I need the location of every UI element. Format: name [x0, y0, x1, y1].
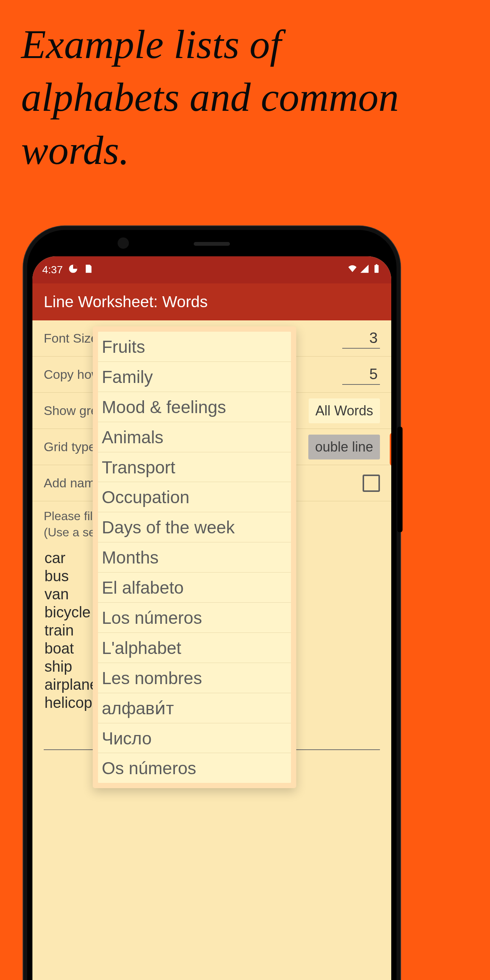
edge-indicator [390, 433, 391, 466]
status-right [347, 264, 382, 276]
app-bar: Line Worksheet: Words [32, 283, 391, 320]
svg-rect-1 [375, 265, 379, 273]
dropdown-item-los-numeros[interactable]: Los números [98, 602, 291, 633]
dropdown-item-family[interactable]: Family [98, 361, 291, 391]
camera-dot [118, 237, 129, 249]
battery-icon [372, 264, 382, 276]
status-bar: 4:37 [32, 256, 391, 283]
font-size-label: Font Size [44, 331, 98, 346]
phone-frame: 4:37 Line Workshe [23, 226, 400, 980]
status-left: 4:37 [42, 264, 93, 276]
signal-icon [360, 264, 369, 276]
dropdown-item-chislo[interactable]: Число [98, 723, 291, 753]
copy-count-input[interactable] [342, 364, 380, 385]
dropdown-item-os-numeros[interactable]: Os números [98, 753, 291, 783]
category-dropdown[interactable]: Fruits Family Mood & feelings Animals Tr… [93, 326, 296, 788]
grid-type-label: Grid type [44, 439, 96, 454]
speaker-slot [194, 242, 230, 246]
dropdown-item-lalphabet[interactable]: L'alphabet [98, 633, 291, 663]
promo-heading: Example lists of alphabets and common wo… [21, 18, 445, 177]
dropdown-item-days[interactable]: Days of the week [98, 512, 291, 542]
app-title: Line Worksheet: Words [44, 293, 208, 311]
phone-power-button [397, 427, 402, 532]
dropdown-item-occupation[interactable]: Occupation [98, 482, 291, 512]
status-time: 4:37 [42, 264, 63, 276]
settings-form: Font Size Copy how Show grey All Words G… [32, 320, 391, 750]
svg-rect-2 [376, 264, 377, 266]
dropdown-item-mood[interactable]: Mood & feelings [98, 391, 291, 422]
dropdown-list: Fruits Family Mood & feelings Animals Tr… [98, 332, 291, 783]
clock-icon [68, 264, 78, 276]
phone-screen: 4:37 Line Workshe [32, 256, 391, 980]
dropdown-item-animals[interactable]: Animals [98, 422, 291, 452]
show-grey-option[interactable]: All Words [309, 398, 380, 423]
dropdown-item-months[interactable]: Months [98, 542, 291, 572]
copy-count-label: Copy how [44, 367, 101, 382]
sd-card-icon [83, 264, 93, 276]
dropdown-item-el-alfabeto[interactable]: El alfabeto [98, 572, 291, 602]
dropdown-item-les-nombres[interactable]: Les nombres [98, 663, 291, 693]
dropdown-item-transport[interactable]: Transport [98, 452, 291, 482]
dropdown-item-alfavit[interactable]: алфави́т [98, 693, 291, 723]
grid-type-option[interactable]: ouble line [308, 434, 380, 460]
add-name-checkbox[interactable] [363, 474, 380, 492]
wifi-icon [347, 264, 357, 276]
font-size-input[interactable] [342, 328, 380, 348]
dropdown-item-fruits[interactable]: Fruits [98, 332, 291, 361]
